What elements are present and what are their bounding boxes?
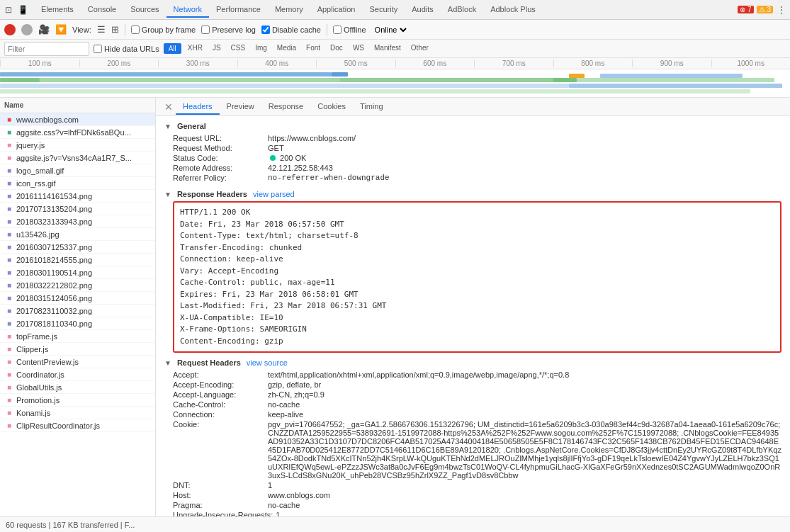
preserve-log-checkbox[interactable] — [201, 26, 210, 34]
tab-performance[interactable]: Performance — [209, 2, 268, 18]
file-item-19[interactable]: ■ContentPreview.js — [0, 356, 155, 368]
tab-audits[interactable]: Audits — [405, 2, 441, 18]
file-item-21[interactable]: ■GlobalUtils.js — [0, 381, 155, 394]
file-item-24[interactable]: ■ClipResultCoordinator.js — [0, 419, 155, 432]
type-doc-button[interactable]: Doc — [327, 43, 346, 54]
type-xhr-button[interactable]: XHR — [184, 43, 206, 54]
response-header-line: Date: Fri, 23 Mar 2018 06:57:50 GMT — [180, 219, 774, 231]
offline-checkbox[interactable] — [333, 26, 342, 34]
tab-adblock[interactable]: AdBlock — [441, 2, 483, 18]
file-name-19: ContentPreview.js — [16, 358, 151, 366]
file-icon-7: ■ — [4, 204, 14, 214]
file-item-7[interactable]: ■20170713135204.png — [0, 203, 155, 215]
tab-sources[interactable]: Sources — [123, 2, 166, 18]
response-headers-title: Response Headers — [177, 190, 247, 198]
disable-cache-checkbox[interactable] — [261, 26, 270, 34]
file-item-11[interactable]: ■20161018214555.png — [0, 254, 155, 266]
hide-data-urls-label[interactable]: Hide data URLs — [94, 45, 159, 53]
group-by-frame-checkbox[interactable] — [131, 26, 140, 34]
file-item-20[interactable]: ■Coordinator.js — [0, 368, 155, 381]
preserve-log-label[interactable]: Preserve log — [201, 26, 256, 34]
tab-elements[interactable]: Elements — [34, 2, 81, 18]
more-icon[interactable]: ⋮ — [776, 4, 787, 16]
file-icon-20: ■ — [4, 370, 14, 380]
file-item-6[interactable]: ■20161114161534.png — [0, 190, 155, 203]
file-item-2[interactable]: ■jquery.js — [0, 139, 155, 152]
file-item-8[interactable]: ■20180323133943.png — [0, 215, 155, 228]
file-item-12[interactable]: ■20180301190514.png — [0, 266, 155, 279]
mobile-icon[interactable]: 📱 — [17, 4, 28, 16]
tab-timing[interactable]: Timing — [353, 99, 390, 115]
general-section-header[interactable]: ▼ General — [164, 122, 781, 130]
file-item-5[interactable]: ■icon_rss.gif — [0, 177, 155, 190]
req-header-val-5: pgv_pvi=1706647552; _ga=GA1.2.586676306.… — [268, 420, 781, 480]
type-all-button[interactable]: All — [164, 43, 181, 54]
file-icon-2: ■ — [4, 140, 14, 150]
response-headers-box: HTTP/1.1 200 OKDate: Fri, 23 Mar 2018 06… — [173, 201, 781, 353]
file-item-1[interactable]: ■aggsite.css?v=lhfFDNk6saBQu... — [0, 126, 155, 139]
hide-data-urls-checkbox[interactable] — [94, 45, 102, 53]
request-headers-section-header[interactable]: ▼ Request Headers view source — [164, 358, 781, 367]
file-item-17[interactable]: ■topFrame.js — [0, 330, 155, 343]
file-item-16[interactable]: ■20170818110340.png — [0, 317, 155, 330]
type-manifest-button[interactable]: Manifest — [371, 43, 405, 54]
tab-headers[interactable]: Headers — [176, 99, 220, 115]
disable-cache-label[interactable]: Disable cache — [261, 26, 321, 34]
type-other-button[interactable]: Other — [407, 43, 432, 54]
file-item-15[interactable]: ■20170823110032.png — [0, 305, 155, 317]
request-headers-title: Request Headers — [177, 358, 241, 367]
offline-label[interactable]: Offline — [333, 26, 366, 34]
file-item-22[interactable]: ■Promotion.js — [0, 394, 155, 407]
list-view-icon[interactable]: ☰ — [97, 24, 106, 35]
type-css-button[interactable]: CSS — [227, 43, 249, 54]
tab-memory[interactable]: Memory — [268, 2, 310, 18]
general-title: General — [177, 122, 206, 130]
type-font-button[interactable]: Font — [303, 43, 324, 54]
referrer-policy-val: no-referrer-when-downgrade — [268, 174, 390, 182]
tab-response[interactable]: Response — [261, 99, 311, 115]
type-js-button[interactable]: JS — [209, 43, 225, 54]
file-item-3[interactable]: ■aggsite.js?v=Vsns34cAa1R7_S... — [0, 152, 155, 164]
file-item-23[interactable]: ■Konami.js — [0, 407, 155, 419]
file-name-10: 20160307125337.png — [16, 243, 151, 251]
record-button[interactable] — [4, 24, 16, 35]
type-img-button[interactable]: Img — [252, 43, 271, 54]
file-item-4[interactable]: ■logo_small.gif — [0, 164, 155, 177]
file-list: Name ■www.cnblogs.com■aggsite.css?v=lhfF… — [0, 98, 156, 516]
request-header-row-3: Cache-Control:no-cache — [164, 400, 781, 409]
type-media-button[interactable]: Media — [273, 43, 300, 54]
network-toolbar: 🎥 🔽 View: ☰ ⊞ Group by frame Preserve lo… — [0, 20, 790, 40]
clear-button[interactable] — [21, 24, 33, 35]
file-item-10[interactable]: ■20160307125337.png — [0, 241, 155, 254]
request-headers-toggle: ▼ — [164, 359, 171, 367]
search-input[interactable] — [4, 42, 89, 56]
file-item-13[interactable]: ■20180322212802.png — [0, 279, 155, 292]
file-item-14[interactable]: ■20180315124056.png — [0, 292, 155, 305]
tab-console[interactable]: Console — [81, 2, 123, 18]
file-item-9[interactable]: ■u135426.jpg — [0, 228, 155, 241]
file-name-1: aggsite.css?v=lhfFDNk6saBQu... — [16, 128, 151, 137]
camera-icon[interactable]: 🎥 — [38, 24, 50, 35]
tab-preview[interactable]: Preview — [220, 99, 261, 115]
throttle-select[interactable]: Online — [372, 25, 409, 35]
close-detail-button[interactable]: ✕ — [162, 101, 176, 113]
tab-cookies[interactable]: Cookies — [310, 99, 353, 115]
tab-adblock-plus[interactable]: Adblock Plus — [483, 2, 543, 18]
view-source-link[interactable]: view source — [247, 358, 288, 367]
tab-network[interactable]: Network — [167, 2, 209, 18]
grid-view-icon[interactable]: ⊞ — [111, 24, 119, 35]
pointer-icon[interactable]: ⊡ — [3, 4, 14, 16]
response-header-line: X-UA-Compatible: IE=10 — [180, 312, 774, 324]
view-parsed-link[interactable]: view parsed — [253, 190, 295, 198]
file-item-18[interactable]: ■Clipper.js — [0, 343, 155, 356]
file-icon-1: ■ — [4, 128, 14, 137]
tab-application[interactable]: Application — [310, 2, 363, 18]
tab-security[interactable]: Security — [362, 2, 405, 18]
file-name-13: 20180322212802.png — [16, 281, 151, 290]
response-headers-section-header[interactable]: ▼ Response Headers view parsed — [164, 190, 781, 198]
filter-icon[interactable]: 🔽 — [55, 24, 67, 35]
group-by-frame-label[interactable]: Group by frame — [131, 26, 196, 34]
type-ws-button[interactable]: WS — [349, 43, 368, 54]
file-item-0[interactable]: ■www.cnblogs.com — [0, 113, 155, 126]
request-method-key: Request Method: — [173, 144, 265, 152]
